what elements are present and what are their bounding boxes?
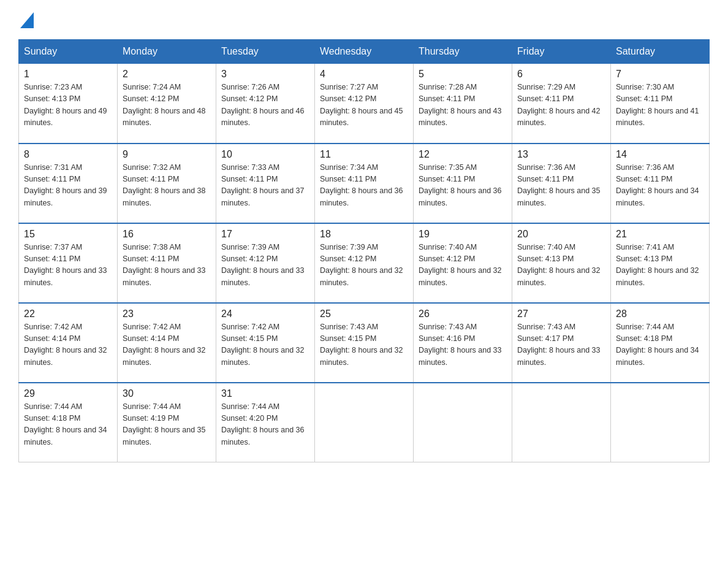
day-info: Sunrise: 7:27 AMSunset: 4:12 PMDaylight:…	[320, 82, 408, 129]
sunset-text: Sunset: 4:13 PM	[616, 253, 704, 265]
day-number: 13	[517, 149, 605, 160]
day-number: 28	[616, 308, 704, 320]
sunset-text: Sunset: 4:14 PM	[123, 333, 211, 345]
sunrise-text: Sunrise: 7:39 AM	[320, 242, 408, 253]
sunset-text: Sunset: 4:11 PM	[24, 174, 112, 185]
sunset-text: Sunset: 4:20 PM	[221, 413, 309, 424]
day-number: 5	[419, 69, 507, 80]
sunrise-text: Sunrise: 7:38 AM	[123, 242, 211, 253]
calendar-cell: 11Sunrise: 7:34 AMSunset: 4:11 PMDayligh…	[315, 144, 414, 223]
calendar-week-row: 1Sunrise: 7:23 AMSunset: 4:13 PMDaylight…	[19, 64, 710, 144]
calendar-cell: 26Sunrise: 7:43 AMSunset: 4:16 PMDayligh…	[414, 303, 512, 383]
sunrise-text: Sunrise: 7:36 AM	[517, 162, 605, 174]
logo-triangle-icon	[20, 12, 34, 28]
header-wednesday: Wednesday	[315, 40, 414, 64]
calendar-cell: 31Sunrise: 7:44 AMSunset: 4:20 PMDayligh…	[216, 383, 315, 462]
daylight-text: Daylight: 8 hours and 32 minutes.	[320, 265, 408, 289]
day-number: 12	[419, 149, 507, 160]
daylight-text: Daylight: 8 hours and 33 minutes.	[221, 265, 309, 289]
day-number: 26	[419, 308, 507, 320]
sunset-text: Sunset: 4:11 PM	[419, 174, 507, 185]
daylight-text: Daylight: 8 hours and 32 minutes.	[419, 265, 507, 289]
sunset-text: Sunset: 4:11 PM	[320, 174, 408, 185]
day-number: 18	[320, 229, 408, 240]
daylight-text: Daylight: 8 hours and 36 minutes.	[419, 185, 507, 209]
sunset-text: Sunset: 4:19 PM	[123, 413, 211, 424]
sunrise-text: Sunrise: 7:35 AM	[419, 162, 507, 174]
day-info: Sunrise: 7:32 AMSunset: 4:11 PMDaylight:…	[123, 162, 211, 210]
day-info: Sunrise: 7:40 AMSunset: 4:13 PMDaylight:…	[517, 242, 605, 289]
day-info: Sunrise: 7:37 AMSunset: 4:11 PMDaylight:…	[24, 242, 112, 289]
sunrise-text: Sunrise: 7:40 AM	[419, 242, 507, 253]
calendar-cell: 30Sunrise: 7:44 AMSunset: 4:19 PMDayligh…	[118, 383, 216, 462]
calendar-week-row: 29Sunrise: 7:44 AMSunset: 4:18 PMDayligh…	[19, 383, 710, 462]
calendar-cell: 9Sunrise: 7:32 AMSunset: 4:11 PMDaylight…	[118, 144, 216, 223]
calendar-table: SundayMondayTuesdayWednesdayThursdayFrid…	[18, 39, 710, 462]
daylight-text: Daylight: 8 hours and 33 minutes.	[517, 345, 605, 369]
sunrise-text: Sunrise: 7:44 AM	[24, 401, 112, 413]
calendar-cell: 7Sunrise: 7:30 AMSunset: 4:11 PMDaylight…	[611, 64, 710, 144]
sunset-text: Sunset: 4:15 PM	[320, 333, 408, 345]
logo	[18, 12, 34, 28]
day-number: 14	[616, 149, 704, 160]
calendar-cell: 18Sunrise: 7:39 AMSunset: 4:12 PMDayligh…	[315, 223, 414, 303]
calendar-cell: 19Sunrise: 7:40 AMSunset: 4:12 PMDayligh…	[414, 223, 512, 303]
day-number: 8	[24, 149, 112, 160]
sunset-text: Sunset: 4:14 PM	[24, 333, 112, 345]
sunrise-text: Sunrise: 7:43 AM	[320, 321, 408, 333]
sunset-text: Sunset: 4:11 PM	[616, 174, 704, 185]
sunset-text: Sunset: 4:12 PM	[221, 93, 309, 105]
daylight-text: Daylight: 8 hours and 34 minutes.	[24, 424, 112, 448]
day-number: 15	[24, 229, 112, 240]
calendar-week-row: 8Sunrise: 7:31 AMSunset: 4:11 PMDaylight…	[19, 144, 710, 223]
sunrise-text: Sunrise: 7:31 AM	[24, 162, 112, 174]
sunset-text: Sunset: 4:11 PM	[221, 174, 309, 185]
sunrise-text: Sunrise: 7:34 AM	[320, 162, 408, 174]
day-number: 16	[123, 229, 211, 240]
day-info: Sunrise: 7:43 AMSunset: 4:15 PMDaylight:…	[320, 321, 408, 369]
sunset-text: Sunset: 4:13 PM	[24, 93, 112, 105]
day-info: Sunrise: 7:44 AMSunset: 4:19 PMDaylight:…	[123, 401, 211, 449]
day-number: 10	[221, 149, 309, 160]
day-info: Sunrise: 7:28 AMSunset: 4:11 PMDaylight:…	[419, 82, 507, 129]
calendar-cell: 15Sunrise: 7:37 AMSunset: 4:11 PMDayligh…	[19, 223, 118, 303]
day-number: 19	[419, 229, 507, 240]
daylight-text: Daylight: 8 hours and 39 minutes.	[24, 185, 112, 209]
calendar-cell: 24Sunrise: 7:42 AMSunset: 4:15 PMDayligh…	[216, 303, 315, 383]
header-thursday: Thursday	[414, 40, 512, 64]
day-info: Sunrise: 7:44 AMSunset: 4:18 PMDaylight:…	[616, 321, 704, 369]
day-info: Sunrise: 7:26 AMSunset: 4:12 PMDaylight:…	[221, 82, 309, 129]
calendar-cell: 17Sunrise: 7:39 AMSunset: 4:12 PMDayligh…	[216, 223, 315, 303]
sunrise-text: Sunrise: 7:30 AM	[616, 82, 704, 93]
daylight-text: Daylight: 8 hours and 34 minutes.	[616, 185, 704, 209]
header-saturday: Saturday	[611, 40, 710, 64]
daylight-text: Daylight: 8 hours and 33 minutes.	[24, 265, 112, 289]
sunrise-text: Sunrise: 7:42 AM	[221, 321, 309, 333]
sunrise-text: Sunrise: 7:33 AM	[221, 162, 309, 174]
page-header	[18, 12, 710, 28]
day-info: Sunrise: 7:43 AMSunset: 4:17 PMDaylight:…	[517, 321, 605, 369]
day-info: Sunrise: 7:24 AMSunset: 4:12 PMDaylight:…	[123, 82, 211, 129]
sunset-text: Sunset: 4:11 PM	[419, 93, 507, 105]
calendar-cell: 4Sunrise: 7:27 AMSunset: 4:12 PMDaylight…	[315, 64, 414, 144]
sunset-text: Sunset: 4:11 PM	[123, 174, 211, 185]
calendar-cell: 22Sunrise: 7:42 AMSunset: 4:14 PMDayligh…	[19, 303, 118, 383]
day-info: Sunrise: 7:39 AMSunset: 4:12 PMDaylight:…	[320, 242, 408, 289]
header-friday: Friday	[512, 40, 611, 64]
sunset-text: Sunset: 4:18 PM	[24, 413, 112, 424]
calendar-cell: 5Sunrise: 7:28 AMSunset: 4:11 PMDaylight…	[414, 64, 512, 144]
day-number: 9	[123, 149, 211, 160]
day-number: 25	[320, 308, 408, 320]
sunset-text: Sunset: 4:12 PM	[419, 253, 507, 265]
daylight-text: Daylight: 8 hours and 42 minutes.	[517, 105, 605, 129]
day-number: 11	[320, 149, 408, 160]
day-number: 20	[517, 229, 605, 240]
svg-marker-0	[20, 12, 34, 28]
day-info: Sunrise: 7:35 AMSunset: 4:11 PMDaylight:…	[419, 162, 507, 210]
sunrise-text: Sunrise: 7:23 AM	[24, 82, 112, 93]
sunrise-text: Sunrise: 7:41 AM	[616, 242, 704, 253]
day-info: Sunrise: 7:29 AMSunset: 4:11 PMDaylight:…	[517, 82, 605, 129]
sunrise-text: Sunrise: 7:43 AM	[517, 321, 605, 333]
day-number: 2	[123, 69, 211, 80]
calendar-cell	[611, 383, 710, 462]
